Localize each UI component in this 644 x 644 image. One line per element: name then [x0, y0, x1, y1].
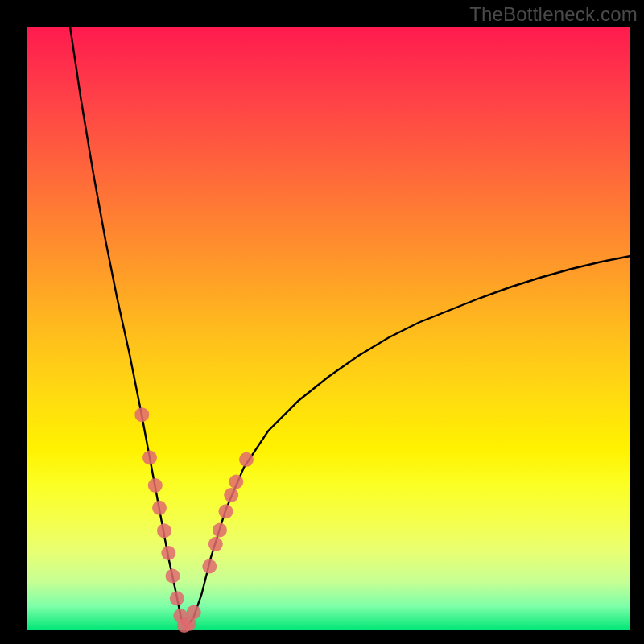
marker-dot	[208, 537, 223, 551]
marker-dot	[187, 605, 201, 620]
curve-layer	[27, 27, 630, 630]
chart-frame: TheBottleneck.com	[0, 0, 644, 644]
marker-dot	[152, 501, 167, 515]
marker-group	[134, 407, 254, 633]
marker-dot	[239, 452, 254, 467]
marker-dot	[166, 569, 180, 584]
marker-dot	[157, 523, 171, 538]
watermark-text: TheBottleneck.com	[469, 3, 638, 26]
v-curve	[70, 27, 630, 627]
marker-dot	[219, 504, 233, 518]
marker-dot	[142, 451, 157, 465]
marker-dot	[224, 488, 238, 502]
marker-dot	[134, 407, 149, 422]
marker-dot	[202, 559, 217, 574]
marker-dot	[148, 478, 163, 493]
main-curve	[70, 27, 630, 627]
marker-dot	[213, 523, 227, 538]
marker-dot	[229, 475, 243, 489]
marker-dot	[161, 546, 175, 560]
marker-dot	[170, 591, 184, 605]
